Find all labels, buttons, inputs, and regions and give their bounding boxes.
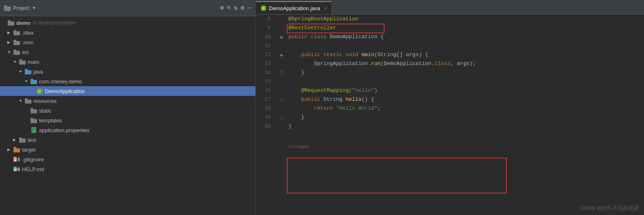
folder-grey-icon: [24, 98, 32, 104]
folder-blue-icon: [24, 69, 32, 74]
folder-blue-icon: [30, 78, 37, 84]
code-line-13: SpringApplication . run ( DemoApplicatio…: [287, 59, 644, 68]
flatten-icon[interactable]: ≡: [227, 4, 231, 11]
folder-icon: [4, 5, 11, 11]
tree-item-package[interactable]: ▼ com.cheney.demo: [0, 76, 255, 86]
token: void: [345, 50, 358, 59]
block-highlight-box: [287, 158, 507, 193]
tree-item-properties[interactable]: application.properties: [0, 125, 255, 135]
tree-label-mvn: .mvn: [22, 39, 33, 46]
gutter-19: ⬡: [277, 113, 287, 122]
line-number-18: 18: [256, 104, 274, 113]
folder-grey-icon: [13, 49, 20, 55]
editor-panel: C DemoApplication.java × 8 9 10 11 12 13…: [256, 0, 644, 215]
tree-item-test[interactable]: ▶ test: [0, 135, 255, 145]
token: , args);: [451, 59, 476, 68]
svg-rect-29: [19, 137, 22, 139]
arrow-icon: ▶: [13, 138, 19, 142]
tree-label-helpmd: HELP.md: [22, 166, 44, 172]
gutter-13: [277, 59, 287, 68]
arrow-expanded-icon: ▼: [24, 79, 30, 83]
folder-grey-icon: [13, 39, 20, 45]
tab-bar: C DemoApplication.java ×: [256, 0, 644, 15]
svg-rect-10: [19, 61, 26, 65]
svg-rect-7: [13, 40, 16, 41]
tree-item-target[interactable]: ▶ target: [0, 145, 255, 154]
tree-label-static: static: [39, 108, 51, 114]
tree-label-demoapplication: DemoApplication: [45, 88, 85, 94]
line-number-14: 14: [256, 68, 274, 77]
folder-grey-icon: [19, 137, 26, 143]
line-number-15: 15: [256, 77, 274, 86]
code-line-8: @SpringBootApplication: [287, 15, 644, 24]
token: String: [378, 50, 397, 59]
folder-orange-icon: [13, 147, 20, 152]
tree-item-resources[interactable]: ▼ resources: [0, 96, 255, 106]
sort-icon[interactable]: ⇅: [234, 4, 237, 12]
gutter-9: [277, 24, 287, 33]
tree-item-demoapplication[interactable]: C DemoApplication: [0, 86, 255, 96]
svg-rect-15: [31, 79, 33, 80]
svg-rect-12: [25, 70, 31, 74]
svg-rect-13: [25, 69, 28, 71]
line-number-12: 12: [256, 50, 274, 59]
svg-rect-6: [13, 41, 20, 45]
svg-rect-3: [8, 20, 11, 22]
gutter-18: [277, 104, 287, 113]
arrow-expanded-icon: ▼: [7, 50, 13, 54]
folder-grey-icon: [19, 59, 26, 65]
tree-item-helpmd[interactable]: MD M HELP.md: [0, 164, 255, 174]
svg-rect-19: [25, 98, 28, 100]
tree-label-target: target: [22, 147, 35, 153]
file-tree: demo D:\workspace\demo ▶ .idea ▶ .mvn ▼ …: [0, 16, 255, 215]
svg-text:.gi: .gi: [14, 159, 17, 161]
svg-rect-28: [19, 139, 26, 143]
tree-item-src[interactable]: ▼ src: [0, 47, 255, 57]
svg-rect-31: [13, 147, 16, 149]
line-number-17: 17: [256, 95, 274, 104]
tree-item-mvn[interactable]: ▶ .mvn: [0, 37, 255, 47]
token: return: [314, 104, 333, 113]
tree-item-gitignore[interactable]: .gi G .gitignore: [0, 154, 255, 164]
svg-rect-18: [25, 100, 31, 104]
locate-icon[interactable]: ⊕: [220, 4, 224, 12]
svg-rect-20: [31, 109, 37, 113]
code-line-12: public static void main ( String [] args…: [287, 50, 644, 59]
tab-demoapplication[interactable]: C DemoApplication.java ×: [256, 1, 332, 14]
tree-item-static[interactable]: static: [0, 106, 255, 115]
tree-item-demo[interactable]: demo D:\workspace\demo: [0, 18, 255, 28]
tree-label-src: src: [22, 49, 29, 55]
token: ;: [377, 104, 380, 113]
tree-item-java[interactable]: ▼ java: [0, 67, 255, 76]
token: public: [301, 50, 320, 59]
tree-label-idea: .idea: [22, 30, 33, 36]
svg-rect-23: [31, 118, 33, 119]
tree-item-main[interactable]: ▼ main: [0, 57, 255, 67]
minimize-icon[interactable]: —: [248, 4, 251, 11]
token: class: [311, 33, 327, 41]
svg-rect-30: [13, 148, 20, 152]
tree-item-templates[interactable]: templates: [0, 115, 255, 125]
code-container: 8 9 10 11 12 13 14 15 16 17 18 19 20 ▶ ▶…: [256, 15, 644, 215]
tab-label: DemoApplication.java: [269, 5, 320, 11]
arrow-expanded-icon: ▼: [19, 69, 24, 74]
token: @SpringBootApplication: [288, 15, 358, 24]
line-number-19: 19: [256, 113, 274, 122]
properties-icon: [30, 127, 37, 133]
gutter-15: [277, 77, 287, 86]
line-number-13: 13: [256, 59, 274, 68]
token: "Hello World": [336, 104, 377, 113]
gutter-16: [277, 86, 287, 95]
dropdown-arrow-icon[interactable]: ▼: [32, 6, 36, 10]
gutter-14: ⬡: [277, 68, 287, 77]
tree-label-resources: resources: [33, 98, 57, 104]
settings-icon[interactable]: ⚙: [241, 4, 244, 12]
tab-close-button[interactable]: ×: [324, 6, 327, 11]
token: .: [431, 59, 435, 68]
token: DemoApplication: [384, 59, 431, 68]
token: ): [374, 86, 378, 95]
code-line-9: @RestController: [287, 24, 644, 33]
arrow-icon: ▶: [7, 40, 13, 44]
tree-item-idea[interactable]: ▶ .idea: [0, 28, 255, 37]
tree-label-demo: demo: [16, 20, 31, 26]
